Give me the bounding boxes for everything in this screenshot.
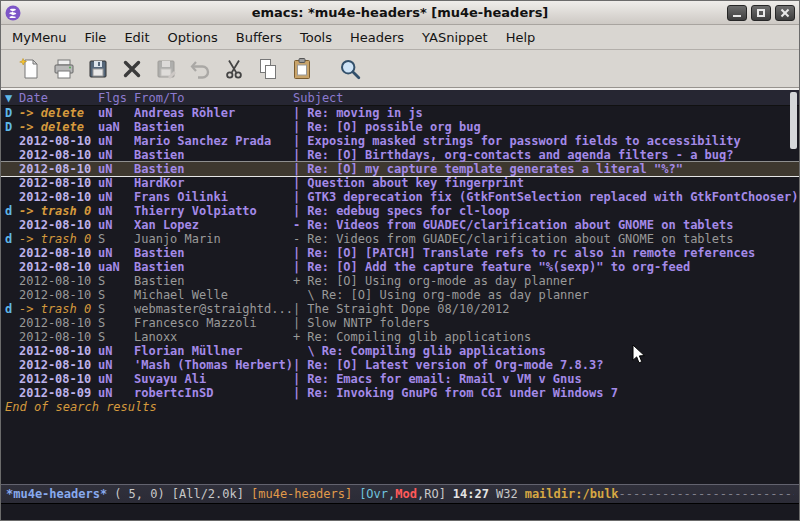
menu-item-yasnippet[interactable]: YASnippet (413, 27, 497, 48)
modeline-maildir: maildir:/bulk (525, 487, 619, 501)
message-row[interactable]: 2012-08-10 uN Suvayu Ali | Re: Emacs for… (1, 372, 799, 386)
message-from: Mario Sanchez Prada (134, 134, 293, 148)
modeline-major-mode[interactable]: [mu4e-headers] (251, 487, 352, 501)
message-row[interactable]: d -> trash 0 uN Thierry Volpiatto | Re: … (1, 204, 799, 218)
column-header-subject[interactable]: Subject (293, 91, 799, 105)
message-subject: Re: Videos from GUADEC/clarification abo… (300, 218, 799, 232)
modeline-window-id: W32 (496, 487, 518, 501)
message-from: Bastien (134, 246, 293, 260)
message-row[interactable]: 2012-08-10 uN Bastien | Re: [O] Birthday… (1, 148, 799, 162)
message-subject: Re: Emacs for email: Rmail v VM v Gnus (300, 372, 799, 386)
close-button[interactable] (775, 5, 795, 21)
message-row[interactable]: D -> delete uN Andreas Röhler | Re: movi… (1, 106, 799, 120)
message-row[interactable]: 2012-08-10 uN Bastien | Re: [O] my captu… (1, 162, 799, 176)
message-thread-prefix: | (293, 246, 300, 260)
message-row[interactable]: 2012-08-10 uN Bastien | Re: [O] [PATCH] … (1, 246, 799, 260)
message-flags: uN (98, 190, 134, 204)
copy-icon (256, 57, 280, 81)
message-flags: S (98, 302, 134, 316)
message-row[interactable]: d -> trash 0 S webmaster@straightd... | … (1, 302, 799, 316)
undo-button[interactable] (183, 53, 217, 85)
message-flags: uN (98, 246, 134, 260)
message-list: D -> delete uN Andreas Röhler | Re: movi… (1, 106, 799, 400)
message-date: -> trash 0 (19, 302, 98, 316)
message-flags: uN (98, 134, 134, 148)
undo-icon (188, 57, 212, 81)
message-row[interactable]: 2012-08-10 S Lanoxx + Re: Compiling glib… (1, 330, 799, 344)
message-subject: Re: [O] Add the capture feature "%(sexp)… (300, 260, 799, 274)
message-thread-prefix: | (293, 162, 300, 176)
save-icon (86, 57, 110, 81)
scrollbar-thumb[interactable] (790, 92, 797, 149)
message-row[interactable]: 2012-08-10 uN Xan Lopez - Re: Videos fro… (1, 218, 799, 232)
save-button[interactable] (81, 53, 115, 85)
menu-item-edit[interactable]: Edit (115, 27, 158, 48)
message-subject: GTK3 deprecation fix (GtkFontSelection r… (300, 190, 799, 204)
menu-item-help[interactable]: Help (497, 27, 545, 48)
message-row[interactable]: 2012-08-10 S Bastien + Re: [O] Using org… (1, 274, 799, 288)
message-row[interactable]: 2012-08-09 uN robertcInSD | Re: Invoking… (1, 386, 799, 400)
message-thread-prefix: - (293, 218, 300, 232)
message-row[interactable]: 2012-08-10 uN Frans Oilinki | GTK3 depre… (1, 190, 799, 204)
search-icon (338, 57, 362, 81)
copy-button[interactable] (251, 53, 285, 85)
scrollbar[interactable] (790, 90, 797, 484)
message-mark (1, 218, 19, 232)
message-row[interactable]: D -> delete uaN Bastien | Re: [O] possib… (1, 120, 799, 134)
message-flags: S (98, 232, 134, 246)
menu-item-mymenu[interactable]: MyMenu (3, 27, 76, 48)
column-header-date[interactable]: Date (19, 91, 98, 105)
message-mark (1, 260, 19, 274)
message-subject: Re: Videos from GUADEC/clarification abo… (300, 232, 799, 246)
mode-line: *mu4e-headers* ( 5, 0) [All/2.0k] [mu4e-… (1, 484, 799, 504)
message-row[interactable]: 2012-08-10 uN HardKor | Question about k… (1, 176, 799, 190)
kill-buffer-button[interactable] (115, 53, 149, 85)
message-row[interactable]: 2012-08-10 uN Florian Müllner \ Re: Comp… (1, 344, 799, 358)
menu-item-options[interactable]: Options (159, 27, 227, 48)
message-row[interactable]: 2012-08-10 uaN Bastien | Re: [O] Add the… (1, 260, 799, 274)
message-row[interactable]: 2012-08-10 uN 'Mash (Thomas Herbert) | R… (1, 358, 799, 372)
message-thread-prefix: | (293, 372, 300, 386)
menu-item-headers[interactable]: Headers (341, 27, 413, 48)
save-as-button[interactable] (149, 53, 183, 85)
new-file-button[interactable] (13, 53, 47, 85)
print-button[interactable] (47, 53, 81, 85)
column-header-flags[interactable]: Flgs (98, 91, 134, 105)
maximize-button[interactable] (751, 5, 771, 21)
message-from: Suvayu Ali (134, 372, 293, 386)
message-subject: Question about key fingerprint (300, 176, 799, 190)
message-from: webmaster@straightd... (134, 302, 293, 316)
message-row[interactable]: 2012-08-10 uN Mario Sanchez Prada | Expo… (1, 134, 799, 148)
menu-item-file[interactable]: File (76, 27, 116, 48)
message-flags: uN (98, 148, 134, 162)
message-from: Bastien (134, 274, 293, 288)
message-from: Michael Welle (134, 288, 293, 302)
search-button[interactable] (333, 53, 367, 85)
message-date: 2012-08-10 (19, 344, 98, 358)
column-header-from[interactable]: From/To (134, 91, 293, 105)
message-mark (1, 134, 19, 148)
message-date: 2012-08-10 (19, 148, 98, 162)
message-thread-prefix: \ (293, 288, 315, 302)
message-mark (1, 386, 19, 400)
message-date: 2012-08-10 (19, 176, 98, 190)
message-from: Xan Lopez (134, 218, 293, 232)
message-date: 2012-08-10 (19, 190, 98, 204)
sort-indicator-icon: ▼ (1, 91, 19, 105)
message-row[interactable]: d -> trash 0 S Juanjo Marin - Re: Videos… (1, 232, 799, 246)
message-flags: uN (98, 218, 134, 232)
cut-button[interactable] (217, 53, 251, 85)
new-file-icon (18, 57, 42, 81)
message-row[interactable]: 2012-08-10 S Michael Welle \ Re: [O] Usi… (1, 288, 799, 302)
message-mark (1, 162, 19, 176)
modeline-buffer-name[interactable]: *mu4e-headers* (6, 487, 107, 501)
minimize-button[interactable] (727, 5, 747, 21)
title-bar: emacs: *mu4e-headers* [mu4e-headers] (1, 1, 799, 25)
message-from: Bastien (134, 260, 293, 274)
message-mark (1, 344, 19, 358)
message-row[interactable]: 2012-08-10 S Francesco Mazzoli | Slow NN… (1, 316, 799, 330)
menu-item-buffers[interactable]: Buffers (227, 27, 291, 48)
paste-button[interactable] (285, 53, 319, 85)
message-thread-prefix: | (293, 358, 300, 372)
menu-item-tools[interactable]: Tools (291, 27, 341, 48)
